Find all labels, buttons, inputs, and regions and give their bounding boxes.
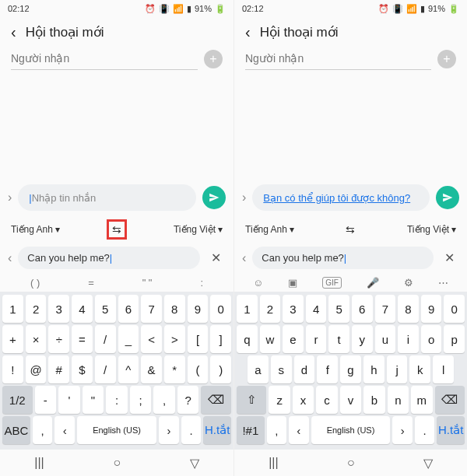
symbols-toggle-key[interactable]: 1/2 <box>2 386 33 414</box>
message-input[interactable]: Bạn có thể giúp tôi được không? <box>252 184 430 211</box>
left-arrow-key[interactable]: ‹ <box>54 416 75 444</box>
key-9[interactable]: 9 <box>421 295 442 323</box>
right-arrow-key[interactable]: › <box>392 416 412 444</box>
key-l[interactable]: l <box>433 355 454 383</box>
key-9[interactable]: 9 <box>188 295 209 323</box>
left-arrow-key[interactable]: ‹ <box>289 416 308 444</box>
key-x[interactable]: x <box>293 386 314 414</box>
home-button[interactable]: ○ <box>347 456 355 470</box>
key-k[interactable]: k <box>409 355 430 383</box>
target-lang-button[interactable]: Tiếng Việt ▾ <box>174 224 223 235</box>
key-a[interactable]: a <box>248 355 269 383</box>
key-4[interactable]: 4 <box>306 295 327 323</box>
translate-input[interactable]: Can you help me?| <box>18 247 200 269</box>
key-5[interactable]: 5 <box>328 295 349 323</box>
key-6[interactable]: 6 <box>352 295 373 323</box>
home-button[interactable]: ○ <box>113 456 121 470</box>
translate-back-icon[interactable]: ‹ <box>242 251 246 265</box>
clear-translate-button[interactable]: ✕ <box>206 250 226 265</box>
key-4[interactable]: 4 <box>72 295 93 323</box>
key-2[interactable]: 2 <box>260 295 281 323</box>
key-1[interactable]: 1 <box>2 295 23 323</box>
key-d[interactable]: d <box>294 355 315 383</box>
key-1[interactable]: 1 <box>237 295 258 323</box>
message-input[interactable]: |Nhập tin nhắn <box>18 184 196 211</box>
key-^[interactable]: ^ <box>118 355 139 383</box>
sugg-item[interactable]: : <box>200 277 203 289</box>
clear-translate-button[interactable]: ✕ <box>440 250 459 265</box>
key-:[interactable]: : <box>106 386 128 414</box>
key-e[interactable]: e <box>283 325 304 353</box>
key-n[interactable]: n <box>388 386 409 414</box>
key-![interactable]: ! <box>2 355 23 383</box>
key-p[interactable]: p <box>444 325 465 353</box>
comma-key[interactable]: , <box>267 416 286 444</box>
key-/[interactable]: / <box>95 355 116 383</box>
key-7[interactable]: 7 <box>375 295 396 323</box>
shortcut-key[interactable]: H.tắt <box>437 416 465 444</box>
swap-languages-button[interactable]: ⇆ <box>109 222 125 237</box>
space-key[interactable]: English (US) <box>77 416 156 444</box>
key-;[interactable]: ; <box>130 386 152 414</box>
more-icon[interactable]: ⋯ <box>438 277 448 289</box>
key-s[interactable]: s <box>271 355 292 383</box>
translate-back-icon[interactable]: ‹ <box>8 251 12 265</box>
key-o[interactable]: o <box>421 325 442 353</box>
key-8[interactable]: 8 <box>164 295 185 323</box>
key-'[interactable]: ' <box>58 386 80 414</box>
key-r[interactable]: r <box>306 325 327 353</box>
key-)[interactable]: ) <box>210 355 231 383</box>
key-"[interactable]: " <box>83 386 104 414</box>
mic-icon[interactable]: 🎤 <box>367 277 379 289</box>
shortcut-key[interactable]: H.tắt <box>203 416 231 444</box>
key-[[interactable]: [ <box>188 325 209 353</box>
key-b[interactable]: b <box>363 386 384 414</box>
key-×[interactable]: × <box>26 325 47 353</box>
recents-button[interactable]: ||| <box>34 456 44 470</box>
key-+[interactable]: + <box>2 325 23 353</box>
key-][interactable]: ] <box>210 325 231 353</box>
sugg-item[interactable]: = <box>88 277 94 289</box>
recipient-input[interactable] <box>11 47 198 70</box>
target-lang-button[interactable]: Tiếng Việt ▾ <box>407 224 456 235</box>
key-#[interactable]: # <box>48 355 69 383</box>
back-icon[interactable]: ‹ <box>11 23 16 41</box>
key-t[interactable]: t <box>328 325 349 353</box>
key-=[interactable]: = <box>72 325 93 353</box>
translate-input[interactable]: Can you help me?| <box>252 247 434 269</box>
key-,[interactable]: , <box>153 386 175 414</box>
key-3[interactable]: 3 <box>283 295 304 323</box>
key-$[interactable]: $ <box>72 355 93 383</box>
add-recipient-button[interactable]: + <box>437 50 456 68</box>
dot-key[interactable]: . <box>181 416 202 444</box>
key-z[interactable]: z <box>269 386 290 414</box>
key-m[interactable]: m <box>411 386 432 414</box>
key-v[interactable]: v <box>340 386 361 414</box>
comma-key[interactable]: , <box>33 416 53 444</box>
key-3[interactable]: 3 <box>48 295 69 323</box>
settings-icon[interactable]: ⚙ <box>404 277 413 289</box>
key-&[interactable]: & <box>141 355 162 383</box>
backspace-key[interactable]: ⌫ <box>435 386 465 414</box>
key-7[interactable]: 7 <box>141 295 162 323</box>
key-_[interactable]: _ <box>118 325 139 353</box>
key-y[interactable]: y <box>352 325 373 353</box>
key--[interactable]: - <box>35 386 57 414</box>
space-key[interactable]: English (US) <box>311 416 391 444</box>
expand-icon[interactable]: › <box>8 191 12 205</box>
dot-key[interactable]: . <box>415 416 434 444</box>
key-5[interactable]: 5 <box>95 295 116 323</box>
key-÷[interactable]: ÷ <box>48 325 69 353</box>
sugg-item[interactable]: " " <box>142 277 153 289</box>
gif-icon[interactable]: GIF <box>322 277 342 289</box>
source-lang-button[interactable]: Tiếng Anh ▾ <box>245 224 294 235</box>
key-*[interactable]: * <box>164 355 185 383</box>
key->[interactable]: > <box>164 325 185 353</box>
add-recipient-button[interactable]: + <box>204 50 223 68</box>
backspace-key[interactable]: ⌫ <box>201 386 231 414</box>
abc-key[interactable]: ABC <box>2 416 30 444</box>
key-6[interactable]: 6 <box>118 295 139 323</box>
sugg-item[interactable]: ( ) <box>30 277 40 289</box>
recents-button[interactable]: ||| <box>269 456 278 470</box>
key-<[interactable]: < <box>141 325 162 353</box>
